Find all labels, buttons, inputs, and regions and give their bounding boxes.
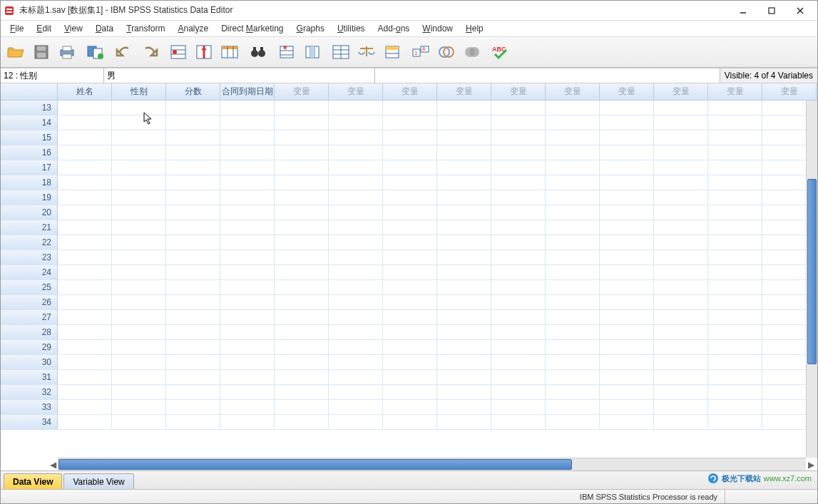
data-cell[interactable] [654,370,708,385]
row-header[interactable]: 20 [1,205,58,220]
menu-view[interactable]: View [58,21,89,36]
column-header[interactable]: 变量 [275,83,329,101]
data-cell[interactable] [491,220,546,235]
data-cell[interactable] [708,415,762,430]
data-cell[interactable] [654,190,708,205]
data-cell[interactable] [654,310,708,325]
data-cell[interactable] [275,115,329,130]
data-cell[interactable] [708,340,762,355]
row-header[interactable]: 28 [1,325,58,340]
data-cell[interactable] [654,101,708,115]
data-cell[interactable] [600,385,654,400]
data-cell[interactable] [220,235,275,250]
data-cell[interactable] [383,355,437,370]
weight-button[interactable] [356,41,377,63]
data-cell[interactable] [112,190,166,205]
data-cell[interactable] [437,310,491,325]
data-cell[interactable] [383,130,437,145]
data-cell[interactable] [220,325,275,340]
menu-graphs[interactable]: Graphs [290,21,331,36]
row-header[interactable]: 21 [1,220,58,235]
row-header[interactable]: 30 [1,355,58,370]
data-cell[interactable] [166,130,220,145]
data-cell[interactable] [112,340,166,355]
data-cell[interactable] [491,385,546,400]
usesets-button[interactable] [436,41,457,63]
print-button[interactable] [56,41,78,63]
data-cell[interactable] [437,190,491,205]
data-cell[interactable] [112,250,166,265]
data-cell[interactable] [654,160,708,175]
data-cell[interactable] [220,340,275,355]
data-cell[interactable] [546,385,600,400]
data-cell[interactable] [546,355,600,370]
data-cell[interactable] [491,265,546,280]
data-cell[interactable] [600,370,654,385]
data-cell[interactable] [437,370,491,385]
data-cell[interactable] [58,385,112,400]
cell-reference-box[interactable]: 12 : 性别 [1,68,104,83]
data-cell[interactable] [437,340,491,355]
data-cell[interactable] [546,340,600,355]
data-cell[interactable] [437,145,491,160]
data-cell[interactable] [166,175,220,190]
data-cell[interactable] [600,400,654,415]
data-cell[interactable] [654,280,708,295]
data-cell[interactable] [546,265,600,280]
horizontal-scroll-thumb[interactable] [58,459,572,470]
data-cell[interactable] [654,115,708,130]
data-cell[interactable] [58,415,112,430]
data-cell[interactable] [112,145,166,160]
data-cell[interactable] [220,355,275,370]
data-cell[interactable] [708,400,762,415]
data-cell[interactable] [546,310,600,325]
column-header[interactable]: 变量 [817,83,817,101]
data-cell[interactable] [437,160,491,175]
data-cell[interactable] [329,385,383,400]
data-cell[interactable] [275,295,329,310]
data-cell[interactable] [708,101,762,115]
data-cell[interactable] [654,265,708,280]
data-cell[interactable] [654,340,708,355]
data-cell[interactable] [275,355,329,370]
data-cell[interactable] [437,101,491,115]
data-cell[interactable] [112,400,166,415]
data-cell[interactable] [112,370,166,385]
data-cell[interactable] [546,415,600,430]
row-header[interactable]: 14 [1,115,58,130]
data-cell[interactable] [112,310,166,325]
data-cell[interactable] [58,145,112,160]
data-cell[interactable] [491,101,546,115]
data-cell[interactable] [491,355,546,370]
data-cell[interactable] [112,115,166,130]
data-cell[interactable] [166,160,220,175]
redo-button[interactable] [139,41,160,63]
data-cell[interactable] [329,265,383,280]
data-cell[interactable] [654,385,708,400]
data-cell[interactable] [58,250,112,265]
data-cell[interactable] [58,325,112,340]
data-cell[interactable] [654,250,708,265]
data-cell[interactable] [491,400,546,415]
data-cell[interactable] [275,220,329,235]
data-cell[interactable] [383,385,437,400]
data-cell[interactable] [600,280,654,295]
data-cell[interactable] [708,115,762,130]
data-cell[interactable] [166,190,220,205]
data-cell[interactable] [437,175,491,190]
data-cell[interactable] [491,115,546,130]
data-cell[interactable] [58,220,112,235]
data-cell[interactable] [546,250,600,265]
data-cell[interactable] [112,355,166,370]
data-cell[interactable] [220,145,275,160]
data-cell[interactable] [58,175,112,190]
data-cell[interactable] [220,400,275,415]
data-cell[interactable] [275,145,329,160]
data-grid[interactable]: 姓名性别分数合同到期日期变量变量变量变量变量变量变量变量变量变量变量131415… [1,83,817,470]
grid-corner[interactable] [1,83,58,101]
data-cell[interactable] [112,415,166,430]
data-cell[interactable] [329,190,383,205]
row-header[interactable]: 34 [1,415,58,430]
row-header[interactable]: 16 [1,145,58,160]
data-cell[interactable] [708,130,762,145]
